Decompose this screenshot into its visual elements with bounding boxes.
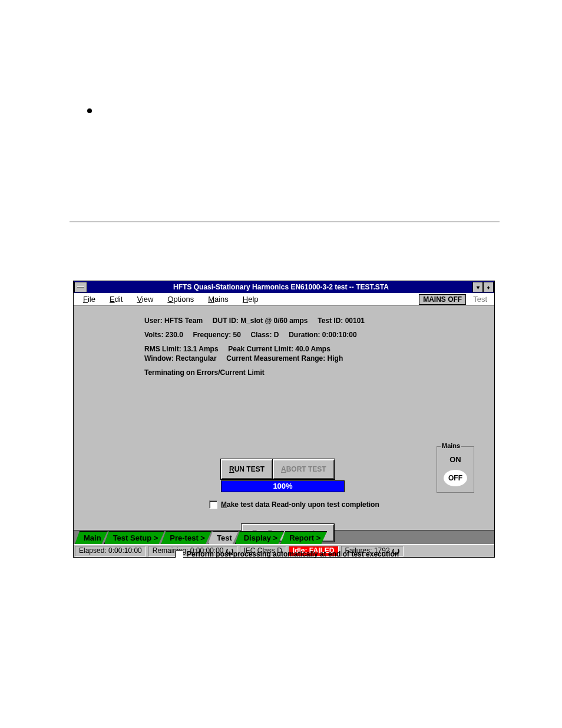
- status-elapsed: Elapsed: 0:00:10:00: [75, 546, 146, 556]
- menu-file[interactable]: File: [76, 295, 103, 304]
- run-test-button[interactable]: RUN TEST: [221, 459, 273, 479]
- mains-legend: Mains: [441, 442, 461, 449]
- readonly-label: Make test data Read-only upon test compl…: [221, 500, 379, 509]
- menu-help[interactable]: Help: [236, 295, 266, 304]
- tab-test[interactable]: Test: [208, 531, 239, 544]
- menu-options[interactable]: Options: [160, 295, 201, 304]
- client-area: User: HFTS Team DUT ID: M_slot @ 0/60 am…: [74, 306, 494, 530]
- test-controls: RUN TEST ABORT TEST 100%: [221, 459, 345, 492]
- abort-test-button[interactable]: ABORT TEST: [273, 459, 335, 479]
- tab-display[interactable]: Display >: [235, 531, 284, 544]
- mains-off-button[interactable]: OFF: [444, 470, 467, 486]
- tab-test-setup[interactable]: Test Setup >: [104, 531, 165, 544]
- active-tab-indicator: Test: [468, 295, 492, 304]
- info-user-line: User: HFTS Team DUT ID: M_slot @ 0/60 am…: [144, 317, 482, 325]
- menu-edit[interactable]: Edit: [103, 295, 130, 304]
- readonly-checkbox[interactable]: [209, 500, 217, 509]
- titlebar: HFTS Quasi-Stationary Harmonics EN61000-…: [74, 281, 494, 293]
- progress-bar: 100%: [221, 480, 345, 492]
- app-window: HFTS Quasi-Stationary Harmonics EN61000-…: [73, 281, 495, 558]
- bullet-point: [87, 108, 92, 113]
- minimize-icon[interactable]: ▾: [472, 282, 483, 292]
- menu-mains[interactable]: Mains: [201, 295, 236, 304]
- window-title: HFTS Quasi-Stationary Harmonics EN61000-…: [90, 283, 472, 291]
- info-rms-line: RMS Limit: 13.1 Amps Peak Current Limit:…: [144, 345, 482, 353]
- menubar: File Edit View Options Mains Help MAINS …: [74, 293, 494, 306]
- mains-on-button[interactable]: ON: [441, 455, 470, 464]
- tab-report[interactable]: Report >: [280, 531, 327, 544]
- autopost-label: Perform post-processing automatically at…: [187, 550, 399, 558]
- mains-off-indicator: MAINS OFF: [419, 294, 466, 305]
- tab-pre-test[interactable]: Pre-test >: [161, 531, 211, 544]
- info-terminate-line: Terminating on Errors/Current Limit: [144, 368, 482, 377]
- system-menu-icon[interactable]: [74, 282, 87, 292]
- autopost-check-row[interactable]: Perform post-processing automatically at…: [175, 550, 399, 558]
- mains-group: Mains ON OFF: [437, 446, 474, 493]
- horizontal-rule: [70, 222, 500, 222]
- tab-main[interactable]: Main: [75, 531, 108, 544]
- menu-view[interactable]: View: [130, 295, 160, 304]
- info-window-line: Window: Rectangular Current Measurement …: [144, 354, 482, 363]
- readonly-check-row[interactable]: Make test data Read-only upon test compl…: [209, 500, 379, 509]
- info-volts-line: Volts: 230.0 Frequency: 50 Class: D Dura…: [144, 331, 482, 339]
- maximize-icon[interactable]: ♦: [483, 282, 494, 292]
- autopost-checkbox[interactable]: [175, 550, 183, 558]
